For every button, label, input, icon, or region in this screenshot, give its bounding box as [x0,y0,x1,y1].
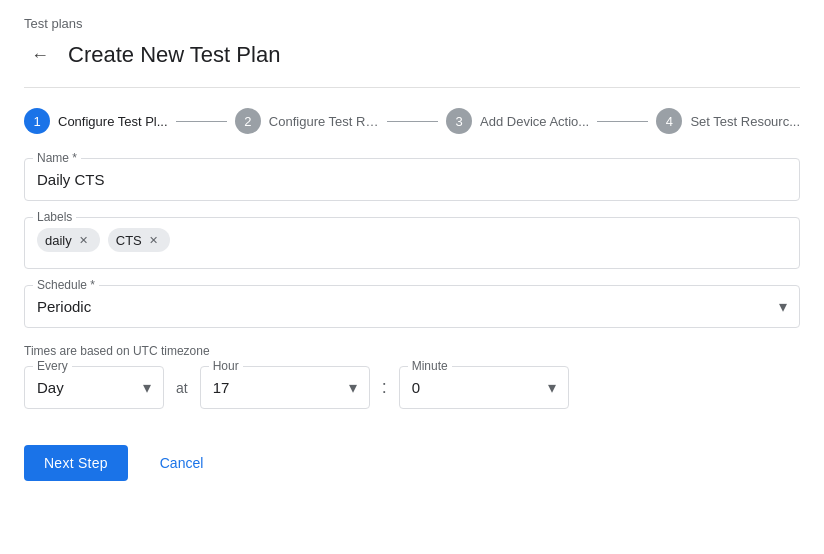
page-header: ← Create New Test Plan [24,39,800,71]
minute-field-container: Minute 0 15 30 45 ▾ [399,366,569,409]
step-circle-3: 3 [446,108,472,134]
page-divider [24,87,800,88]
every-select-wrapper: Day Hour Week ▾ [37,375,151,400]
step-label-3: Add Device Actio... [480,114,589,129]
back-icon: ← [31,45,49,66]
minute-label: Minute [408,359,452,373]
step-connector-1 [176,121,227,122]
chip-cts: CTS ✕ [108,228,170,252]
schedule-select-wrapper: Periodic One-time ▾ [37,294,787,319]
buttons-row: Next Step Cancel [24,445,800,481]
chip-daily: daily ✕ [37,228,100,252]
every-field-container: Every Day Hour Week ▾ [24,366,164,409]
schedule-label: Schedule * [33,278,99,292]
step-connector-3 [597,121,648,122]
chip-daily-text: daily [45,233,72,248]
hour-select-wrapper: 17 ▾ [213,375,357,400]
every-label: Every [33,359,72,373]
chip-cts-close[interactable]: ✕ [146,232,162,248]
hour-label: Hour [209,359,243,373]
schedule-select[interactable]: Periodic One-time [37,294,787,319]
chip-daily-close[interactable]: ✕ [76,232,92,248]
form-section: Name * Labels daily ✕ CTS ✕ Schedule * [24,158,800,538]
breadcrumb: Test plans [24,16,800,31]
step-label-1: Configure Test Pl... [58,114,168,129]
chips-container: daily ✕ CTS ✕ [37,226,787,254]
labels-label: Labels [33,210,76,224]
colon-separator: : [382,377,387,398]
step-circle-2: 2 [235,108,261,134]
periodic-row: Every Day Hour Week ▾ at Hour [24,366,800,409]
step-label-2: Configure Test Ru... [269,114,379,129]
at-label: at [176,380,188,396]
hour-field-container: Hour 17 ▾ [200,366,370,409]
back-button[interactable]: ← [24,39,56,71]
step-circle-4: 4 [656,108,682,134]
step-1: 1 Configure Test Pl... [24,108,168,134]
step-circle-1: 1 [24,108,50,134]
page-title: Create New Test Plan [68,42,280,68]
stepper: 1 Configure Test Pl... 2 Configure Test … [24,108,800,134]
step-3: 3 Add Device Actio... [446,108,589,134]
hour-select[interactable]: 17 [213,375,357,400]
name-label: Name * [33,151,81,165]
step-label-4: Set Test Resourc... [690,114,800,129]
schedule-field-container: Schedule * Periodic One-time ▾ [24,285,800,328]
labels-field-container: Labels daily ✕ CTS ✕ [24,217,800,269]
every-select[interactable]: Day Hour Week [37,375,151,400]
name-input[interactable] [37,167,787,192]
step-2: 2 Configure Test Ru... [235,108,379,134]
step-4: 4 Set Test Resourc... [656,108,800,134]
chip-cts-text: CTS [116,233,142,248]
periodic-section: Times are based on UTC timezone Every Da… [24,344,800,409]
name-field-container: Name * [24,158,800,201]
minute-select-wrapper: 0 15 30 45 ▾ [412,375,556,400]
step-connector-2 [387,121,438,122]
minute-select[interactable]: 0 15 30 45 [412,375,556,400]
next-step-button[interactable]: Next Step [24,445,128,481]
timezone-note: Times are based on UTC timezone [24,344,800,358]
cancel-button[interactable]: Cancel [144,445,220,481]
